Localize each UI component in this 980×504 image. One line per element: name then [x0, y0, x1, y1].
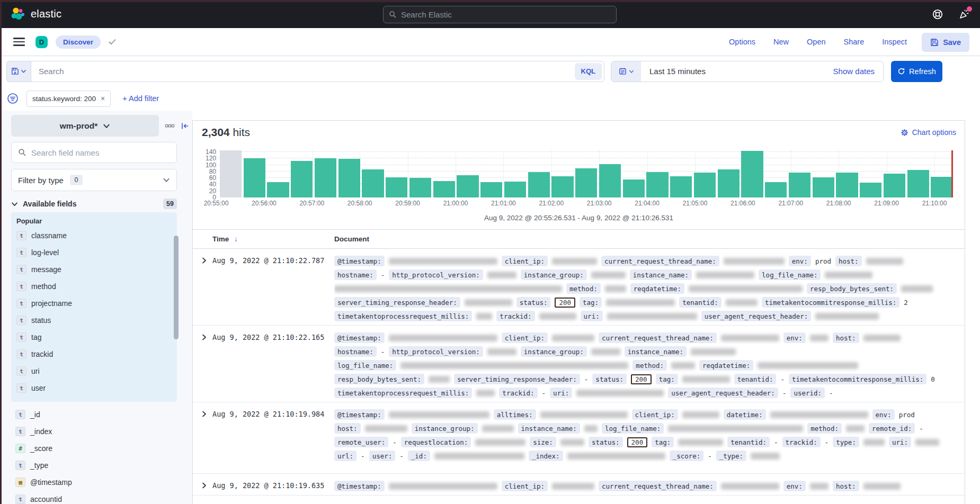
field-item-message[interactable]: tmessage: [15, 261, 177, 278]
histogram-bar[interactable]: [931, 177, 952, 197]
calendar-icon: [619, 67, 627, 75]
histogram-bar[interactable]: [575, 168, 597, 197]
quick-select-menu-button[interactable]: [611, 61, 641, 82]
row-document[interactable]: @timestamp:client_ip:current_request_thr…: [334, 331, 965, 400]
expand-row-icon[interactable]: [200, 332, 209, 342]
share-button[interactable]: Share: [844, 38, 865, 46]
row-document[interactable]: @timestamp:client_ip:current_request_thr…: [334, 254, 965, 323]
chevron-down-icon: [11, 201, 18, 208]
histogram-bar[interactable]: [362, 169, 384, 197]
histogram-bar[interactable]: [670, 176, 692, 197]
field-chip: current_request_thread_name:: [599, 332, 717, 343]
histogram-bar[interactable]: [623, 179, 645, 197]
field-item-projectname[interactable]: tprojectname: [15, 295, 177, 312]
histogram-bar[interactable]: [457, 175, 478, 197]
histogram-bar[interactable]: [433, 181, 455, 197]
row-document[interactable]: @timestamp:alltimes:client_ip:datetime:e…: [334, 408, 965, 463]
kql-language-button[interactable]: KQL: [575, 63, 602, 80]
histogram-bar[interactable]: [244, 158, 265, 197]
available-fields-accordion[interactable]: Available fields 59: [11, 199, 177, 209]
field-item-user[interactable]: tuser: [15, 380, 177, 397]
remove-filter-icon[interactable]: ×: [101, 94, 105, 103]
expand-row-icon[interactable]: [200, 256, 209, 265]
field-item-uri[interactable]: turi: [15, 363, 177, 380]
help-icon[interactable]: [931, 8, 944, 21]
save-icon: [930, 38, 939, 47]
field-item-method[interactable]: tmethod: [15, 278, 177, 295]
show-dates-button[interactable]: Show dates: [833, 67, 875, 76]
histogram-partial-bucket[interactable]: [220, 150, 242, 197]
time-range-value[interactable]: Last 15 minutes: [649, 67, 706, 76]
open-button[interactable]: Open: [807, 38, 825, 46]
histogram-bar[interactable]: [599, 164, 621, 197]
new-button[interactable]: New: [773, 38, 789, 46]
histogram-bar[interactable]: [884, 174, 905, 197]
time-column-header[interactable]: Time ↓: [212, 235, 334, 243]
histogram-plot[interactable]: 140120100806040200: [219, 150, 954, 197]
histogram-bar[interactable]: [480, 182, 502, 197]
filter-icon[interactable]: [6, 92, 19, 105]
field-item-tag[interactable]: ttag: [15, 329, 177, 346]
field-chip: instance_group:: [412, 423, 478, 434]
redacted-value: [721, 335, 779, 341]
refresh-button[interactable]: Refresh: [891, 61, 942, 82]
histogram-bar[interactable]: [409, 178, 431, 197]
histogram-bar[interactable]: [291, 161, 313, 197]
field-item-classname[interactable]: tclassname: [15, 227, 177, 244]
date-field-icon: ▦: [15, 478, 25, 487]
collapse-sidebar-icon[interactable]: [181, 122, 189, 130]
field-item-_id[interactable]: t_id: [11, 406, 177, 423]
histogram-bar[interactable]: [836, 173, 858, 197]
histogram-bar[interactable]: [718, 169, 740, 197]
histogram-bar[interactable]: [813, 177, 834, 197]
histogram-bar[interactable]: [646, 172, 668, 197]
field-item-trackid[interactable]: ttrackid: [15, 346, 177, 363]
field-search-input[interactable]: Search field names: [11, 142, 177, 163]
index-pattern-switcher[interactable]: wm-prod*: [11, 115, 159, 137]
save-button[interactable]: Save: [922, 33, 969, 52]
field-item-@timestamp[interactable]: ▦@timestamp: [11, 474, 177, 491]
field-item-_type[interactable]: t_type: [11, 457, 177, 474]
histogram-bar[interactable]: [907, 170, 929, 197]
histogram-bar[interactable]: [860, 183, 881, 197]
chart-options-button[interactable]: Chart options: [901, 128, 956, 137]
elastic-logo[interactable]: elastic: [11, 7, 61, 22]
global-search-input[interactable]: Search Elastic: [383, 6, 617, 23]
histogram-bar[interactable]: [267, 182, 289, 197]
field-settings-icon[interactable]: [165, 124, 174, 128]
histogram-bar[interactable]: [386, 177, 407, 197]
newsfeed-icon[interactable]: [958, 8, 970, 21]
options-button[interactable]: Options: [729, 38, 755, 46]
field-item-log-level[interactable]: tlog-level: [15, 244, 177, 261]
histogram-bar[interactable]: [551, 176, 573, 197]
hits-label: hits: [233, 126, 250, 138]
breadcrumb[interactable]: Discover: [56, 35, 101, 49]
histogram-bar[interactable]: [504, 182, 526, 197]
field-item-_index[interactable]: t_index: [11, 423, 177, 440]
filter-by-type-select[interactable]: Filter by type 0: [11, 169, 177, 191]
add-filter-button[interactable]: + Add filter: [122, 94, 159, 103]
query-input[interactable]: Search KQL: [31, 61, 604, 82]
field-chip: user:: [369, 451, 396, 461]
field-item-status[interactable]: tstatus: [15, 312, 177, 329]
histogram-bar[interactable]: [694, 173, 716, 197]
histogram-bar[interactable]: [338, 159, 360, 197]
histogram-bar[interactable]: [315, 158, 336, 197]
histogram-bar[interactable]: [741, 151, 763, 197]
menu-icon[interactable]: [13, 38, 25, 46]
sidebar-scrollbar[interactable]: [174, 236, 179, 339]
saved-query-menu-button[interactable]: [6, 61, 31, 82]
x-axis-tick-label: 21:09:00: [874, 200, 899, 207]
expand-row-icon[interactable]: [200, 481, 209, 490]
histogram-bar[interactable]: [789, 173, 810, 197]
histogram-bar[interactable]: [765, 182, 787, 197]
space-badge[interactable]: D: [35, 36, 48, 48]
expand-row-icon[interactable]: [200, 409, 209, 419]
sort-descending-icon[interactable]: ↓: [234, 235, 238, 243]
field-item-accountid[interactable]: taccountid: [11, 491, 177, 504]
field-item-_score[interactable]: #_score: [11, 440, 177, 457]
inspect-button[interactable]: Inspect: [882, 38, 907, 46]
row-document[interactable]: @timestamp:client_ip:current_request_thr…: [334, 479, 965, 493]
histogram-bar[interactable]: [528, 172, 550, 197]
filter-pill[interactable]: status.keyword: 200 ×: [26, 91, 111, 107]
